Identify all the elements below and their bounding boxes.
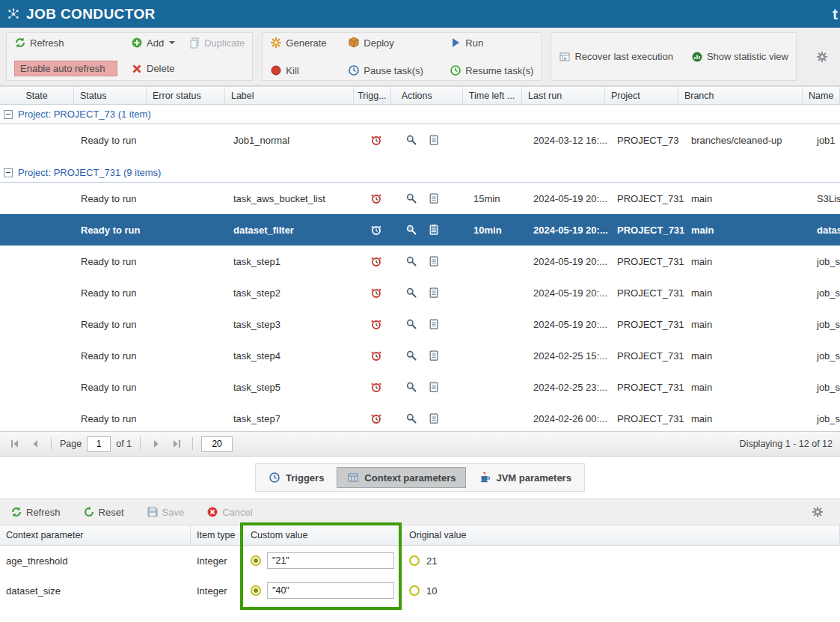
cell-name: job_s [811, 382, 840, 393]
previous-page-button[interactable] [28, 436, 43, 451]
add-label: Add [147, 37, 164, 49]
params-settings-gear-icon[interactable] [812, 506, 824, 518]
tab-context-parameters[interactable]: Context parameters [337, 467, 466, 488]
duplicate-button[interactable]: Duplicate [188, 37, 245, 49]
collapse-icon[interactable] [4, 110, 13, 119]
params-refresh-button[interactable]: Refresh [10, 506, 61, 518]
cell-status: Ready to run [75, 135, 148, 146]
cell-status: Ready to run [75, 287, 148, 299]
job-row[interactable]: Ready to runtask_step22024-05-19 20:...P… [0, 277, 840, 308]
original-value-radio[interactable] [409, 555, 420, 566]
add-button[interactable]: Add [131, 37, 175, 49]
params-save-button[interactable]: Save [147, 506, 185, 518]
search-icon[interactable] [405, 318, 417, 330]
column-header-triggers[interactable]: Trigg... [354, 87, 391, 104]
column-header-project[interactable]: Project [605, 87, 678, 104]
deploy-label: Deploy [364, 37, 393, 49]
logs-clipboard-icon[interactable] [428, 412, 440, 424]
search-icon[interactable] [405, 381, 417, 393]
cell-branch: main [685, 193, 811, 204]
column-header-actions[interactable]: Actions [391, 87, 463, 104]
job-row[interactable]: Ready to runtask_step72024-02-26 00:...P… [0, 403, 840, 431]
collapse-icon[interactable] [4, 168, 13, 177]
logs-clipboard-icon[interactable] [428, 287, 440, 299]
original-value-radio[interactable] [409, 585, 420, 596]
page-size-input[interactable] [201, 436, 233, 452]
logs-clipboard-icon[interactable] [428, 192, 440, 204]
group-header[interactable]: Project: PROJECT_731 (9 items) [0, 163, 840, 183]
param-original-cell: 10 [402, 585, 840, 597]
param-type: Integer [191, 585, 243, 597]
search-icon[interactable] [405, 134, 417, 146]
search-icon[interactable] [405, 350, 417, 362]
column-header-branch[interactable]: Branch [678, 87, 803, 104]
alarm-clock-icon [370, 381, 382, 393]
delete-label: Delete [147, 63, 175, 74]
logs-clipboard-icon[interactable] [428, 224, 440, 236]
job-row[interactable]: Ready to runtask_aws_bucket_list15min202… [0, 183, 840, 214]
recover-last-execution-button[interactable]: Recover last execution [559, 51, 673, 63]
kill-button[interactable]: Kill [270, 64, 334, 76]
cell-project: PROJECT_731 [611, 225, 685, 236]
group-header[interactable]: Project: PROJECT_73 (1 item) [0, 105, 840, 124]
job-row[interactable]: Ready to runtask_step42024-02-25 15:...P… [0, 340, 840, 371]
show-statistic-view-button[interactable]: Show statistic view [691, 51, 788, 63]
column-header-last-run[interactable]: Last run [522, 87, 605, 104]
job-row[interactable]: Ready to runtask_step12024-05-19 20:...P… [0, 246, 840, 277]
run-button[interactable]: Run [450, 37, 483, 49]
search-icon[interactable] [405, 255, 417, 267]
job-row[interactable]: Ready to runJob1_normal2024-03-12 16:...… [0, 124, 840, 156]
logs-clipboard-icon[interactable] [428, 350, 440, 362]
column-header-custom-value[interactable]: Custom value [243, 525, 402, 545]
logs-clipboard-icon[interactable] [428, 381, 440, 393]
logs-clipboard-icon[interactable] [428, 318, 440, 330]
column-header-original-value[interactable]: Original value [402, 525, 840, 545]
params-cancel-button[interactable]: Cancel [206, 506, 252, 518]
custom-value-input[interactable] [267, 582, 394, 599]
cell-project: PROJECT_731 [611, 319, 685, 330]
param-type: Integer [191, 555, 243, 567]
search-icon[interactable] [405, 192, 417, 204]
param-row[interactable]: age_thresholdInteger21 [0, 546, 840, 576]
deploy-button[interactable]: Deploy [348, 37, 436, 49]
cell-branch: main [685, 382, 811, 393]
custom-value-radio[interactable] [251, 555, 261, 566]
search-icon[interactable] [405, 412, 417, 424]
refresh-button[interactable]: Refresh [14, 37, 117, 49]
column-header-error-status[interactable]: Error status [147, 87, 225, 104]
cell-actions [395, 287, 467, 299]
param-row[interactable]: dataset_sizeInteger10 [0, 576, 840, 606]
column-header-state[interactable]: State [0, 87, 74, 104]
tab-jvm-parameters[interactable]: JVM parameters [469, 467, 580, 488]
job-conductor-app: JOB CONDUCTOR t Refresh Add Duplicate [0, 0, 840, 622]
page-input[interactable] [87, 436, 111, 452]
settings-gear-icon[interactable] [816, 51, 828, 63]
next-page-button[interactable] [149, 436, 164, 451]
column-header-status[interactable]: Status [74, 87, 147, 104]
cell-label: task_step3 [227, 319, 358, 330]
custom-value-radio[interactable] [251, 585, 261, 596]
job-row[interactable]: Ready to runtask_step52024-02-25 23:...P… [0, 371, 840, 403]
tab-triggers[interactable]: Triggers [259, 467, 334, 488]
delete-button[interactable]: Delete [131, 63, 175, 75]
job-row[interactable]: Ready to rundataset_filter10min2024-05-1… [0, 214, 840, 246]
search-icon[interactable] [405, 287, 417, 299]
search-icon[interactable] [405, 224, 417, 236]
logs-clipboard-icon[interactable] [428, 255, 440, 267]
cell-trigger [358, 287, 395, 299]
column-header-time-left[interactable]: Time left ... [463, 87, 522, 104]
first-page-button[interactable] [7, 436, 22, 451]
enable-auto-refresh-button[interactable]: Enable auto refresh [14, 61, 117, 76]
logs-clipboard-icon[interactable] [428, 134, 440, 146]
last-page-button[interactable] [169, 436, 184, 451]
params-reset-button[interactable]: Reset [83, 506, 124, 518]
resume-tasks-button[interactable]: Resume task(s) [450, 64, 533, 76]
job-row[interactable]: Ready to runtask_step32024-05-19 20:...P… [0, 308, 840, 340]
column-header-name[interactable]: Name [803, 87, 840, 104]
column-header-item-type[interactable]: Item type [191, 525, 243, 545]
generate-button[interactable]: Generate [270, 37, 334, 49]
column-header-context-parameter[interactable]: Context parameter [0, 525, 191, 545]
pause-tasks-button[interactable]: Pause task(s) [348, 64, 436, 76]
column-header-label[interactable]: Label [225, 87, 354, 104]
custom-value-input[interactable] [267, 552, 394, 569]
